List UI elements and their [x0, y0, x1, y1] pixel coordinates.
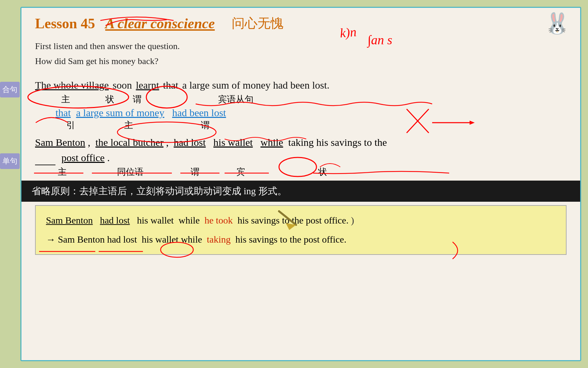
yb-line1: Sam Benton had lost his wallet while he …: [46, 211, 556, 230]
s1-grammar-labels: 主 状 谓 宾语从句: [35, 93, 567, 105]
label-wei2: 谓: [171, 119, 239, 131]
label-zhuang1: 状: [96, 93, 124, 105]
lesson-title: A clear conscience: [105, 15, 215, 32]
yb-rest: his savings to the post office.: [235, 215, 348, 226]
sentence1-text: The whole village soon learnt that a lar…: [35, 77, 567, 93]
s1-the-whole-village: The whole village: [35, 77, 109, 93]
yb-arrow: → Sam Benton had lost his wallet while: [46, 234, 205, 245]
s1-rest: a large sum of money had been lost.: [182, 77, 330, 93]
instruction-line2: How did Sam get his money back?: [35, 54, 567, 69]
sentence2-text: Sam Benton , the local butcher , had los…: [35, 135, 567, 150]
sidebar-label-simple: 单句: [0, 153, 20, 169]
label-tongwei: 同位语: [89, 166, 171, 178]
label-zhu2: 主: [86, 119, 171, 131]
label-wei1: 谓: [124, 93, 151, 105]
s2-sam-benton: Sam Benton: [35, 135, 85, 150]
sentence2-line2: post office .: [35, 150, 567, 165]
s2-rest: taking his savings to the: [286, 137, 387, 148]
yb-line2: → Sam Benton had lost his wallet while t…: [46, 230, 556, 249]
sentence2-section: Sam Benton , the local butcher , had los…: [35, 135, 567, 178]
title-row: Lesson 45 A clear conscience 问心无愧: [35, 15, 567, 32]
s2-his-wallet: his wallet: [213, 135, 253, 150]
that-clause-text: that a large sum of money had been lost: [55, 107, 567, 119]
yb-sp1: [95, 215, 98, 226]
black-banner: 省略原则：去掉主语后，立刻将动词或助动词变成 ing 形式。: [21, 181, 580, 202]
s2-had-lost: had lost: [174, 135, 206, 150]
sentence1-section: The whole village soon learnt that a lar…: [35, 77, 567, 105]
tc-predicate: had been lost: [172, 107, 226, 118]
label-bin: 宾: [219, 166, 263, 178]
tc-that: that: [55, 107, 71, 118]
instruction-line1: First listen and then answer the questio…: [35, 39, 567, 54]
instructions: First listen and then answer the questio…: [35, 39, 567, 69]
label-yin: 引: [55, 119, 86, 131]
label-binyucongju: 宾语从句: [151, 93, 321, 105]
label-zhuang2: 状: [263, 166, 382, 178]
s2-while: while: [260, 135, 283, 150]
label-wei3: 谓: [171, 166, 219, 178]
main-content: 🐰 Lesson 45 A clear conscience 问心无愧 Firs…: [20, 7, 581, 361]
s2-comma2: ,: [166, 137, 171, 148]
lesson-number: Lesson 45: [35, 15, 95, 32]
s1-learnt: learnt: [136, 77, 159, 93]
yb-paren: ): [351, 215, 354, 226]
s2-post-office: post office: [62, 150, 105, 165]
yb-taking: taking: [207, 234, 231, 245]
yb-rest2: his savings to the post office.: [233, 234, 346, 245]
yb-he-took: he took: [205, 215, 233, 226]
s2-blank: [35, 165, 55, 165]
s2-space1: [208, 137, 211, 148]
tc-grammar-labels: 引 主 谓: [55, 119, 567, 131]
yb-sp2: his wallet: [132, 215, 176, 226]
s2-space2: [255, 137, 258, 148]
tc-space2: [166, 107, 171, 118]
tc-subject: a large sum of money: [76, 107, 164, 118]
label-zhu1: 主: [35, 93, 96, 105]
s2-grammar-labels: 主 同位语 谓 宾 状: [35, 166, 567, 178]
yb-sam-benton: Sam Benton: [46, 211, 93, 230]
sidebar-label-compound: 合句: [0, 82, 20, 97]
tc-space: [72, 107, 75, 118]
that-clause-section: that a large sum of money had been lost …: [55, 107, 567, 131]
s2-comma1: ,: [88, 137, 93, 148]
yb-while: while: [179, 215, 202, 226]
yellow-box: Sam Benton had lost his wallet while he …: [35, 205, 567, 255]
label-zhu3: 主: [35, 166, 89, 178]
s1-soon: soon: [110, 77, 135, 93]
s2-local-butcher: the local butcher: [96, 135, 164, 150]
lesson-chinese: 问心无愧: [232, 15, 283, 32]
s2-period: .: [107, 152, 110, 163]
s1-that: that: [161, 77, 181, 93]
yb-had-lost: had lost: [100, 211, 130, 230]
